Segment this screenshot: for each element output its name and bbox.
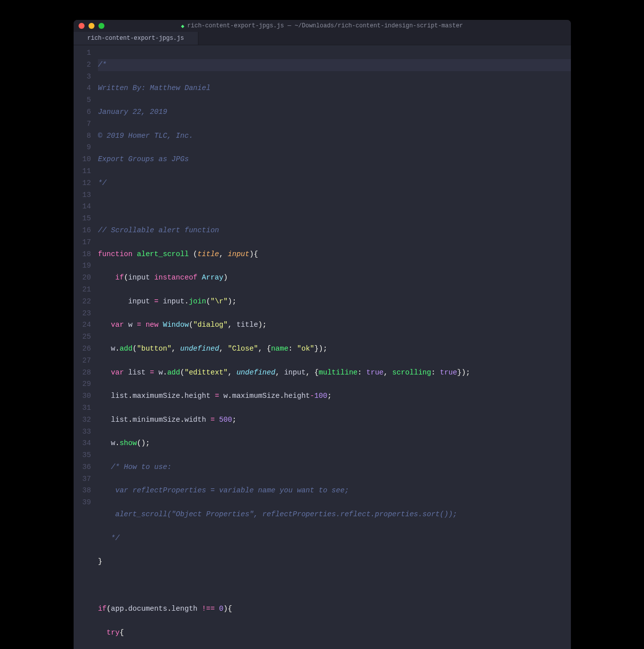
titlebar: ◆ rich-content-export-jpgs.js — ~/Downlo… (74, 20, 571, 32)
maximize-icon[interactable] (98, 23, 104, 29)
window-title-text: rich-content-export-jpgs.js — ~/Download… (187, 22, 463, 29)
minimize-icon[interactable] (89, 23, 94, 29)
window-title: ◆ rich-content-export-jpgs.js — ~/Downlo… (74, 22, 571, 29)
file-icon: ◆ (181, 23, 184, 29)
code-editor[interactable]: 1234567891011121314151617181920212223242… (74, 45, 571, 649)
code-area[interactable]: /* Written By: Matthew Daniel January 22… (98, 45, 571, 649)
close-icon[interactable] (79, 23, 85, 29)
line-gutter: 1234567891011121314151617181920212223242… (74, 45, 98, 649)
traffic-lights (79, 23, 104, 29)
editor-window: ◆ rich-content-export-jpgs.js — ~/Downlo… (74, 20, 571, 649)
tab-bar: rich-content-export-jpgs.js (74, 32, 571, 45)
tab-file[interactable]: rich-content-export-jpgs.js (74, 32, 198, 45)
